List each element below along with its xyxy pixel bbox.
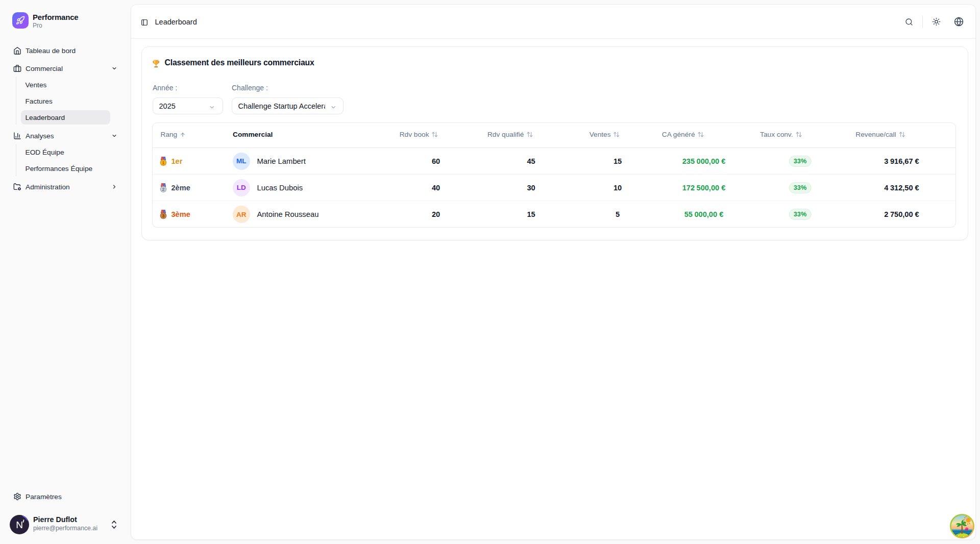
svg-text:1: 1 — [162, 160, 165, 165]
svg-text:2: 2 — [162, 187, 165, 192]
svg-text:3: 3 — [162, 213, 165, 218]
